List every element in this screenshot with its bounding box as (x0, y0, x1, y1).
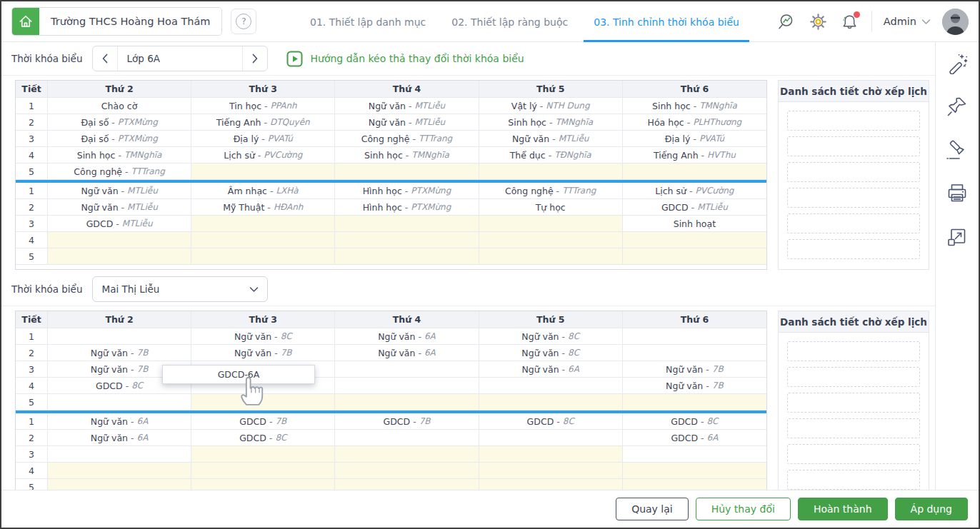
timetable-cell[interactable] (479, 378, 623, 394)
timetable-cell[interactable]: Ngữ văn-MTLiễu (335, 114, 479, 131)
timetable-cell[interactable] (479, 216, 623, 232)
timetable-cell[interactable]: Thể dục-TĐNghĩa (479, 147, 623, 163)
timetable-cell[interactable]: Ngữ văn-6A (335, 328, 479, 345)
timetable-cell[interactable]: Sinh học-TMNghĩa (335, 147, 479, 163)
timetable-cell[interactable]: GDCD-8C (479, 413, 623, 430)
timetable-cell[interactable]: Ngữ văn-6A (48, 413, 191, 430)
pending-slot[interactable] (787, 213, 920, 233)
timetable-cell[interactable] (335, 232, 479, 248)
timetable-cell[interactable]: Đại số-PTXMừng (48, 114, 191, 131)
timetable-cell[interactable] (191, 232, 335, 248)
notification-bell-icon[interactable] (840, 11, 860, 31)
timetable-cell[interactable]: Ngữ văn-8C (479, 328, 623, 345)
timetable-cell[interactable] (623, 328, 766, 345)
timetable-cell[interactable]: GDCD-7B (335, 413, 479, 430)
pending-slot[interactable] (787, 162, 920, 182)
timetable-cell[interactable] (623, 345, 766, 361)
timetable-cell[interactable]: Chào cờ (48, 98, 191, 114)
user-menu[interactable]: Admin (884, 16, 931, 27)
timetable-cell[interactable]: GDCD-7B (191, 413, 335, 430)
pending-slot[interactable] (787, 239, 920, 259)
timetable-cell[interactable]: Lịch sử-PVCường (623, 183, 766, 199)
timetable-cell[interactable] (479, 430, 623, 446)
timetable-cell[interactable] (335, 163, 479, 180)
timetable-cell[interactable]: Ngữ văn-7B (623, 361, 766, 378)
timetable-cell[interactable]: Công nghệ-TTTrang (48, 163, 191, 180)
timetable-cell[interactable] (479, 163, 623, 180)
avatar[interactable] (942, 9, 969, 35)
timetable-cell[interactable]: Hóa học-PLHThương (623, 114, 766, 131)
timetable-cell[interactable]: Sinh hoạt (623, 216, 766, 232)
magic-wand-icon[interactable] (945, 51, 969, 75)
pending-slot[interactable] (787, 136, 920, 156)
timetable-cell[interactable] (335, 446, 479, 463)
timetable-cell[interactable]: GDCD-MTLiễu (623, 199, 766, 216)
pending-slot[interactable] (787, 111, 920, 131)
timetable-cell[interactable]: Ngữ văn-MTLiễu (479, 131, 623, 147)
timetable-cell[interactable] (48, 328, 191, 345)
timetable-cell[interactable] (479, 446, 623, 463)
timetable-cell[interactable] (479, 248, 623, 265)
timetable-cell[interactable]: Ngữ văn-8C (191, 328, 335, 345)
timetable-cell[interactable]: Tiếng Anh-HVThu (623, 147, 766, 163)
timetable-cell[interactable] (623, 163, 766, 180)
timetable-cell[interactable]: Địa lý-PVATú (191, 131, 335, 147)
home-button[interactable] (12, 8, 39, 35)
pending-slot[interactable] (787, 393, 920, 413)
timetable-cell[interactable] (623, 394, 766, 410)
hoàn-thành-button[interactable]: Hoàn thành (798, 498, 888, 520)
timetable-cell[interactable] (191, 163, 335, 180)
search-analytics-icon[interactable] (777, 11, 797, 31)
timetable-cell[interactable] (479, 232, 623, 248)
timetable-cell[interactable]: Ngữ văn-6A (48, 430, 191, 446)
timetable-cell[interactable] (623, 248, 766, 265)
timetable-cell[interactable]: Ngữ văn-MTLiễu (335, 98, 479, 114)
timetable-cell[interactable]: GDCD-8C (191, 430, 335, 446)
timetable-cell[interactable] (479, 463, 623, 479)
timetable-cell[interactable] (623, 446, 766, 463)
pending-slot[interactable] (787, 188, 920, 208)
timetable-cell[interactable]: GDCD-6A (623, 430, 766, 446)
timetable-cell[interactable] (48, 463, 191, 479)
timetable-cell[interactable] (335, 216, 479, 232)
timetable-cell[interactable] (191, 394, 335, 410)
timetable-cell[interactable]: Sinh học-TMNghĩa (623, 98, 766, 114)
timetable-cell[interactable]: Tự học (479, 199, 623, 216)
timetable-cell[interactable]: Ngữ văn-7B (623, 378, 766, 394)
dragged-lesson-card[interactable]: GDCD-6A (162, 365, 315, 384)
timetable-cell[interactable] (623, 463, 766, 479)
tab-3[interactable]: 03. Tinh chỉnh thời khóa biểu (584, 1, 749, 42)
pending-slot[interactable] (787, 341, 920, 361)
timetable-cell[interactable] (191, 463, 335, 479)
timetable-cell[interactable]: Lịch sử-PVCường (191, 147, 335, 163)
timetable-cell[interactable] (479, 394, 623, 410)
next-class-button[interactable] (242, 46, 267, 71)
teacher-select[interactable]: Mai Thị Liễu (92, 276, 268, 302)
timetable-cell[interactable] (191, 216, 335, 232)
printer-icon[interactable] (945, 181, 969, 206)
áp-dụng-button[interactable]: Áp dụng (895, 498, 968, 520)
timetable-cell[interactable]: Ngữ văn-MTLiễu (48, 183, 191, 199)
drag-guide-link[interactable]: Hướng dẫn kéo thả thay đổi thời khóa biể… (286, 51, 524, 67)
timetable-cell[interactable] (48, 394, 191, 410)
timetable-cell[interactable]: GDCD-8C (623, 413, 766, 430)
timetable-cell[interactable]: Ngữ văn-6A (479, 361, 623, 378)
timetable-cell[interactable]: Sinh học-TMNghĩa (479, 114, 623, 131)
highlighter-icon[interactable] (945, 138, 969, 162)
tab-1[interactable]: 01. Thiết lập danh mục (300, 1, 436, 42)
timetable-cell[interactable] (335, 248, 479, 265)
timetable-cell[interactable]: Ngữ văn-8C (479, 345, 623, 361)
timetable-cell[interactable]: Mỹ Thuật-HĐAnh (191, 199, 335, 216)
timetable-cell[interactable] (335, 378, 479, 394)
timetable-cell[interactable]: Địa lý-PVATú (623, 131, 766, 147)
settings-gear-icon[interactable] (809, 11, 829, 31)
timetable-cell[interactable] (335, 361, 479, 378)
timetable-cell[interactable]: Đại số-PTXMừng (48, 131, 191, 147)
tab-2[interactable]: 02. Thiết lập ràng buộc (441, 1, 578, 42)
timetable-cell[interactable]: Hình học-PTXMừng (335, 199, 479, 216)
timetable-cell[interactable] (191, 446, 335, 463)
timetable-cell[interactable]: Ngữ văn-6A (335, 345, 479, 361)
timetable-cell[interactable] (623, 232, 766, 248)
pending-slot[interactable] (787, 418, 920, 438)
timetable-cell[interactable]: Ngữ văn-7B (191, 345, 335, 361)
